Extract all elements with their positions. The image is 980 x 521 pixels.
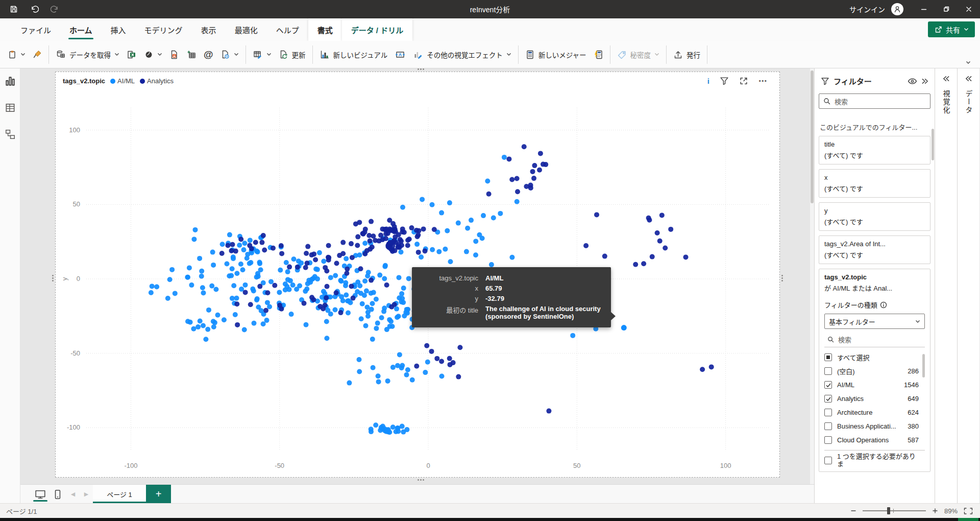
filter-card-area-of-interest[interactable]: tags_v2.Area of Int... (すべて) です [819, 235, 930, 264]
format-painter-button[interactable] [29, 46, 45, 62]
new-measure-button[interactable]: 新しいメジャー [522, 46, 590, 63]
collapse-pane-icon[interactable] [921, 78, 928, 84]
redo-button[interactable] [46, 0, 63, 18]
canvas-scrollbar[interactable] [810, 68, 814, 484]
data-point [250, 287, 255, 292]
legend-item-aiml[interactable]: AI/ML [110, 77, 135, 85]
page-tab-1[interactable]: ページ 1 [93, 485, 146, 503]
filter-card-title[interactable]: title (すべて) です [819, 136, 930, 164]
more-options-icon[interactable]: ⋯ [758, 76, 767, 86]
new-visual-button[interactable]: 新しいビジュアル [316, 46, 391, 63]
data-point [324, 319, 329, 324]
restore-button[interactable] [935, 0, 958, 18]
zoom-in-button[interactable] [932, 508, 938, 514]
eye-icon[interactable] [908, 78, 917, 85]
table-view-button[interactable] [5, 102, 16, 115]
filter-pane-scrollbar[interactable] [932, 129, 934, 160]
dataverse-button[interactable]: @ [200, 45, 217, 64]
data-point [278, 268, 283, 273]
account-button[interactable] [891, 3, 903, 15]
tab-insert[interactable]: 挿入 [102, 18, 135, 41]
filter-card-x[interactable]: x (すべて) です [819, 169, 930, 198]
filter-option-select-all[interactable]: すべて選択 [824, 350, 925, 364]
recent-sources-button[interactable] [217, 46, 242, 63]
tab-data-drill[interactable]: データ / ドリル [342, 18, 413, 41]
resize-handle-right[interactable] [781, 275, 783, 281]
bar-chart-icon [320, 50, 330, 59]
filter-option-cloud-operations[interactable]: Cloud Operations 587 [824, 433, 925, 447]
tab-view[interactable]: 表示 [192, 18, 226, 41]
focus-mode-icon[interactable] [739, 77, 748, 85]
tab-help[interactable]: ヘルプ [267, 18, 308, 41]
share-button[interactable]: 共有 [928, 21, 975, 37]
desktop-icon [35, 489, 46, 500]
legend-item-analytics[interactable]: Analytics [140, 77, 174, 85]
text-box-button[interactable]: A [391, 46, 409, 63]
prev-page-button[interactable]: ◀ [66, 485, 80, 503]
tab-optimize[interactable]: 最適化 [226, 18, 267, 41]
tab-modeling[interactable]: モデリング [135, 18, 192, 41]
filter-type-dropdown[interactable]: 基本フィルター [824, 314, 925, 329]
get-data-button[interactable]: データを取得 [52, 46, 123, 63]
model-view-button[interactable] [5, 129, 16, 142]
filter-option-aiml[interactable]: AI/ML 1546 [824, 378, 925, 392]
report-view-button[interactable] [5, 76, 16, 89]
filter-list-scrollbar[interactable] [922, 354, 925, 377]
data-point [259, 240, 264, 245]
data-point [456, 221, 461, 226]
filter-card-y[interactable]: y (すべて) です [819, 202, 930, 231]
close-button[interactable] [958, 0, 980, 18]
filter-require-selection-checkbox[interactable]: 1 つを選択する必要がありま [824, 454, 925, 467]
sign-in-button[interactable]: サインイン [849, 4, 885, 14]
zoom-out-button[interactable] [850, 508, 856, 514]
filter-option-analytics[interactable]: Analytics 649 [824, 392, 925, 406]
resize-handle-bottom[interactable] [418, 479, 424, 481]
ribbon-options-button[interactable] [966, 58, 971, 68]
info-icon[interactable]: i [707, 77, 709, 85]
publish-button[interactable]: 発行 [670, 46, 704, 63]
data-panel-tab[interactable]: データ [957, 68, 979, 503]
next-page-button[interactable]: ▶ [80, 485, 93, 503]
desktop-layout-button[interactable] [32, 485, 49, 503]
refresh-button[interactable]: 更新 [275, 46, 309, 63]
data-point [220, 242, 225, 247]
sql-server-button[interactable] [166, 46, 183, 63]
database-icon [56, 50, 66, 59]
resize-handle-top[interactable] [418, 68, 424, 70]
info-circle-icon[interactable] [880, 301, 887, 309]
minimize-button[interactable] [913, 0, 935, 18]
paste-button[interactable] [4, 46, 29, 62]
filter-value-search-input[interactable]: 検索 [824, 332, 925, 347]
zoom-slider-thumb[interactable] [887, 507, 890, 514]
resize-handle-left[interactable] [52, 275, 54, 281]
filter-funnel-icon [821, 77, 829, 85]
filter-funnel-icon[interactable] [720, 77, 729, 85]
data-point [242, 327, 247, 333]
data-point [173, 291, 178, 296]
tab-file[interactable]: ファイル [11, 18, 60, 41]
filter-search-input[interactable]: 検索 [819, 93, 930, 109]
transform-data-button[interactable] [249, 46, 275, 63]
data-point [378, 233, 383, 238]
zoom-slider[interactable] [863, 507, 926, 514]
fit-to-page-icon[interactable] [964, 507, 973, 515]
save-button[interactable] [5, 0, 22, 18]
mobile-layout-button[interactable] [49, 485, 66, 503]
data-point [402, 230, 407, 235]
onelake-hub-button[interactable] [140, 46, 166, 63]
quick-measure-button[interactable] [590, 46, 607, 63]
tab-home[interactable]: ホーム [60, 18, 102, 41]
enter-data-button[interactable] [183, 46, 200, 63]
filter-card-topic[interactable]: tags_v2.topic が AI/ML または Anal... フィルターの… [819, 269, 930, 472]
more-visuals-button[interactable]: その他の視覚エフェクト [409, 46, 515, 63]
filter-option-architecture[interactable]: Architecture 624 [824, 406, 925, 419]
scatter-visual[interactable]: tags_v2.topic AI/ML Analytics i ⋯ [55, 72, 780, 478]
visualizations-panel-tab[interactable]: 視覚化 [935, 68, 957, 503]
excel-workbook-button[interactable] [123, 46, 140, 63]
filter-option-business-applications[interactable]: Business Applicati... 380 [824, 419, 925, 433]
filter-option-blank[interactable]: (空白) 286 [824, 364, 925, 378]
undo-button[interactable] [26, 0, 43, 18]
sensitivity-button: 秘密度 [614, 46, 664, 63]
add-page-button[interactable]: + [146, 485, 171, 503]
tab-format[interactable]: 書式 [308, 18, 342, 41]
